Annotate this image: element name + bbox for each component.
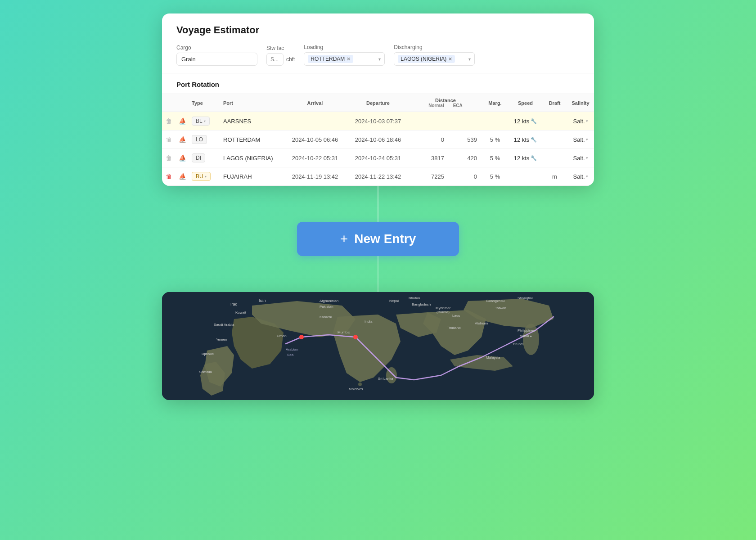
svg-text:Laos: Laos — [452, 314, 460, 318]
svg-text:Philippines: Philippines — [518, 328, 535, 333]
table-row: 🗑 ⛵ BL ▾ AARSNES 2024-10-03 07:37 12 kts… — [162, 112, 594, 130]
departure-cell: 2024-10-06 18:46 — [346, 130, 410, 149]
wrench-icon[interactable]: 🔧 — [531, 137, 537, 143]
draft-cell — [542, 112, 567, 130]
app-title: Voyage Estimator — [176, 24, 580, 36]
svg-text:Pakistan: Pakistan — [320, 305, 333, 309]
port-cell: FUJAIRAH — [220, 167, 284, 186]
delete-icon[interactable]: 🗑 — [166, 154, 172, 162]
arrival-cell: 2024-10-05 06:46 — [284, 130, 346, 149]
stw-group: cbft — [266, 53, 295, 66]
th-speed: Speed — [508, 94, 542, 112]
salinity-chevron-icon[interactable]: ▾ — [586, 174, 588, 179]
dist-eca-cell: 0 — [449, 167, 482, 186]
th-departure: Departure — [346, 94, 410, 112]
discharging-field-group: Discharging LAGOS (NIGERIA) ✕ ▾ — [394, 44, 475, 66]
svg-text:(Burma): (Burma) — [436, 310, 450, 314]
type-badge: LO — [192, 135, 207, 144]
dist-normal-cell: 0 — [410, 130, 449, 149]
map-container: Iraq Iran Saudi Arabia Yemen Oman Djibou… — [162, 292, 594, 400]
salinity-cell: Salt.▾ — [567, 130, 594, 149]
new-entry-button[interactable]: + New Entry — [297, 222, 459, 256]
svg-text:Maldives: Maldives — [349, 387, 363, 391]
rotterdam-tag-close[interactable]: ✕ — [346, 56, 351, 62]
route-icon: ⛵ — [179, 173, 186, 180]
dist-normal-cell: 7225 — [410, 167, 449, 186]
port-cell: LAGOS (NIGERIA) — [220, 149, 284, 167]
delete-icon[interactable]: 🗑 — [166, 117, 172, 125]
th-draft: Draft — [542, 94, 567, 112]
th-port: Port — [220, 94, 284, 112]
cargo-label: Cargo — [176, 45, 257, 51]
svg-text:Sea: Sea — [287, 353, 294, 357]
svg-text:Saudi Arabia: Saudi Arabia — [214, 323, 234, 327]
svg-text:Yemen: Yemen — [216, 338, 227, 342]
port-cell: ROTTERDAM — [220, 130, 284, 149]
delete-icon[interactable]: 🗑 — [166, 173, 172, 180]
svg-text:Arabian: Arabian — [286, 347, 298, 351]
departure-cell: 2024-11-22 13:42 — [346, 167, 410, 186]
svg-text:Kuwait: Kuwait — [235, 310, 247, 315]
route-icon: ⛵ — [179, 117, 186, 125]
speed-cell — [508, 167, 542, 186]
rotation-table: Type Port Arrival Departure Distance Nor… — [162, 94, 594, 186]
salinity-cell: Salt.▾ — [567, 167, 594, 186]
bottom-connector-line — [378, 256, 378, 292]
table-row: 🗑 ⛵ BU ▾ FUJAIRAH 2024-11-19 13:42 2024-… — [162, 167, 594, 186]
marg-cell: 5 % — [482, 130, 508, 149]
th-icon — [176, 94, 189, 112]
salinity-chevron-icon[interactable]: ▾ — [586, 137, 588, 142]
svg-text:Shanghai: Shanghai — [518, 296, 533, 300]
voyage-estimator-card: Voyage Estimator Cargo Stw fac cbft — [162, 14, 594, 186]
card-header: Voyage Estimator Cargo Stw fac cbft — [162, 14, 594, 73]
speed-cell: 12 kts 🔧 — [508, 112, 542, 130]
svg-point-9 — [358, 382, 362, 386]
wrench-icon[interactable]: 🔧 — [531, 155, 537, 161]
route-icon: ⛵ — [179, 154, 186, 162]
discharging-port-select[interactable]: LAGOS (NIGERIA) ✕ ▾ — [394, 52, 475, 66]
rotterdam-tag-text: ROTTERDAM — [310, 56, 345, 62]
salinity-chevron-icon[interactable]: ▾ — [586, 156, 588, 160]
th-marg: Marg. — [482, 94, 508, 112]
salinity-cell: Salt.▾ — [567, 149, 594, 167]
delete-icon[interactable]: 🗑 — [166, 136, 172, 143]
svg-text:Manila ●: Manila ● — [520, 334, 532, 338]
departure-cell: 2024-10-24 05:31 — [346, 149, 410, 167]
cargo-fields: Cargo Stw fac cbft Loading R — [176, 44, 580, 66]
speed-cell: 12 kts 🔧 — [508, 149, 542, 167]
wrench-icon[interactable]: 🔧 — [531, 118, 537, 124]
svg-text:Oman: Oman — [277, 334, 287, 338]
dist-eca-cell: 420 — [449, 149, 482, 167]
lagos-tag: LAGOS (NIGERIA) ✕ — [398, 55, 455, 63]
loading-label: Loading — [304, 44, 385, 50]
salinity-chevron-icon[interactable]: ▾ — [586, 119, 588, 123]
svg-point-13 — [299, 335, 304, 339]
svg-text:Myanmar: Myanmar — [436, 306, 451, 310]
draft-cell — [542, 149, 567, 167]
svg-text:Vietnam: Vietnam — [475, 321, 488, 325]
dist-eca-cell — [449, 112, 482, 130]
type-badge: BL ▾ — [192, 117, 210, 126]
th-arrival: Arrival — [284, 94, 346, 112]
arrival-cell — [284, 112, 346, 130]
table-row: 🗑 ⛵ DI LAGOS (NIGERIA) 2024-10-22 05:31 … — [162, 149, 594, 167]
dist-normal-cell: 3817 — [410, 149, 449, 167]
discharging-label: Discharging — [394, 44, 475, 50]
th-salinity: Salinity — [567, 94, 594, 112]
svg-text:Thailand: Thailand — [447, 326, 461, 330]
stw-input[interactable] — [266, 53, 284, 66]
lagos-tag-close[interactable]: ✕ — [448, 56, 452, 62]
port-rotation-section: Port Rotation Type Port Arrival Departur… — [162, 73, 594, 186]
arrival-cell: 2024-10-22 05:31 — [284, 149, 346, 167]
svg-text:Iran: Iran — [259, 298, 266, 303]
loading-field-group: Loading ROTTERDAM ✕ ▾ — [304, 44, 385, 66]
svg-text:Bhutan: Bhutan — [409, 296, 420, 300]
stw-label: Stw fac — [266, 45, 295, 51]
svg-text:Guangzhou: Guangzhou — [486, 299, 504, 303]
new-entry-label: New Entry — [354, 232, 416, 246]
svg-text:Iraq: Iraq — [230, 302, 238, 306]
loading-port-select[interactable]: ROTTERDAM ✕ ▾ — [304, 52, 385, 66]
cargo-input[interactable] — [176, 53, 257, 66]
svg-text:Afghanistan: Afghanistan — [320, 299, 338, 303]
loading-chevron-icon: ▾ — [378, 57, 381, 62]
